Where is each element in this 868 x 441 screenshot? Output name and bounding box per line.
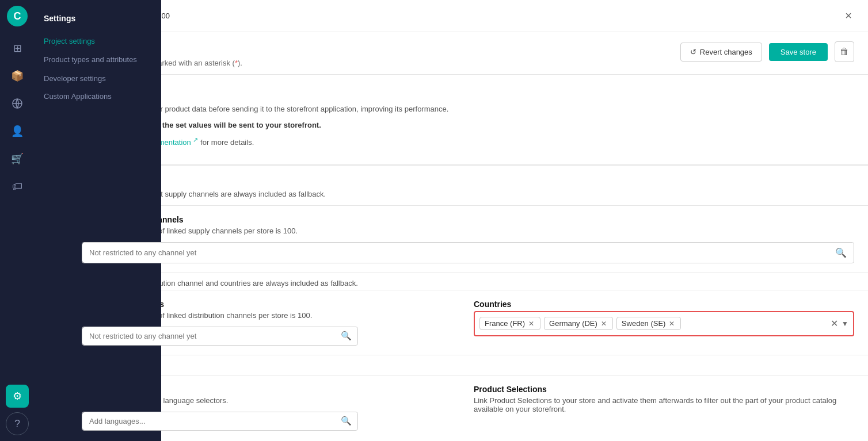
product-selections-subtitle: Link Product Selections to your store an… xyxy=(474,396,854,413)
countries-title: Countries xyxy=(474,300,854,309)
revert-label: Revert changes xyxy=(700,48,752,56)
languages-search-icon: 🔍 xyxy=(341,416,352,426)
revert-icon: ↺ xyxy=(690,48,696,56)
sidebar-icon-orders[interactable]: 🛒 xyxy=(6,147,29,170)
supply-channels-block: Inventory supply channels The maximum am… xyxy=(68,205,868,273)
save-button[interactable]: Save store xyxy=(769,43,828,61)
delete-button[interactable]: 🗑 xyxy=(835,41,854,62)
dist-search-icon: 🔍 xyxy=(341,331,352,341)
inventory-fallback-text: Inventory entries without supply channel… xyxy=(68,185,868,205)
main-content-area: Settings Stores sto... sto... sto... sto… xyxy=(35,0,868,441)
tag-germany-remove[interactable]: ✕ xyxy=(600,320,608,328)
supply-channels-search-wrap: 🔍 xyxy=(82,242,854,263)
modal-body: ▼ Store settings Automatically filters y… xyxy=(68,75,868,441)
modal-panel: ‹ Go back / store-300000 × store-300000 … xyxy=(68,0,868,441)
sidebar-icon-channels[interactable] xyxy=(6,92,29,115)
languages-search-wrap: 🔍 xyxy=(82,412,358,431)
countries-clear-button[interactable]: ✕ xyxy=(831,318,838,329)
supply-channels-input[interactable] xyxy=(82,243,854,263)
countries-dropdown-button[interactable]: ▼ xyxy=(842,320,848,328)
tag-sweden-remove[interactable]: ✕ xyxy=(668,320,676,328)
narrow-sidebar: C ⊞ 📦 👤 🛒 🏷 ⚙ ? xyxy=(0,0,35,441)
countries-select-controls: ✕ ▼ xyxy=(831,318,848,329)
product-selections-title: Product Selections xyxy=(474,385,854,394)
modal-title-area: store-300000 Mandatory fields are marked… xyxy=(68,32,868,75)
external-link-icon: ↗ xyxy=(193,136,198,143)
store-settings-header[interactable]: ▼ Store settings xyxy=(68,75,868,103)
supply-channels-subtitle: The maximum amount of linked supply chan… xyxy=(82,227,854,235)
dist-search-wrap: 🔍 xyxy=(82,327,358,346)
supply-search-icon: 🔍 xyxy=(835,247,847,258)
sidebar-item-project-settings[interactable]: Project settings xyxy=(35,32,161,50)
countries-select[interactable]: France (FR) ✕ Germany (DE) ✕ Sweden (SE)… xyxy=(474,311,854,336)
modal-actions: ↺ Revert changes Save store 🗑 xyxy=(680,41,854,62)
sidebar-icon-catalog[interactable]: 📦 xyxy=(6,64,29,87)
tag-germany-label: Germany (DE) xyxy=(549,319,597,328)
sidebar-item-developer-settings[interactable]: Developer settings xyxy=(35,70,161,87)
tag-france-label: France (FR) xyxy=(485,319,525,328)
dist-channels-input[interactable] xyxy=(82,327,357,345)
tag-germany: Germany (DE) ✕ xyxy=(544,317,613,330)
two-col-layout: Distribution channels The maximum amount… xyxy=(68,290,868,355)
warning-line: ⚠ Only data matching the set values will… xyxy=(82,120,854,131)
settings-sidebar-title: Settings xyxy=(35,9,161,32)
info-text: Automatically filters your product data … xyxy=(82,103,854,115)
app-logo: C xyxy=(7,6,28,26)
revert-button[interactable]: ↺ Revert changes xyxy=(680,43,762,62)
sidebar-icon-tags[interactable]: 🏷 xyxy=(6,175,29,198)
tag-france-remove[interactable]: ✕ xyxy=(527,320,535,328)
modal-overlay: Settings Project settings Product types … xyxy=(35,0,868,441)
sidebar-item-product-types[interactable]: Product types and attributes xyxy=(35,50,161,70)
tag-sweden: Sweden (SE) ✕ xyxy=(616,317,682,330)
doc-line: Visit our Platform Documentation ↗ for m… xyxy=(82,135,854,148)
sidebar-item-custom-applications[interactable]: Custom Applications xyxy=(35,87,161,105)
store-settings-section: ▼ Store settings Automatically filters y… xyxy=(68,75,868,165)
filters-inventory-label: Filters: inventory entries xyxy=(68,165,868,185)
supply-channels-title: Inventory supply channels xyxy=(82,215,854,224)
countries-block: Countries France (FR) ✕ Germany (DE) ✕ xyxy=(474,300,854,346)
sidebar-icon-settings[interactable]: ⚙ xyxy=(6,385,29,408)
trash-icon: 🗑 xyxy=(840,47,849,56)
sidebar-icon-customers[interactable]: 👤 xyxy=(6,120,29,143)
close-button[interactable]: × xyxy=(843,7,854,25)
sidebar-icon-dashboard[interactable]: ⊞ xyxy=(6,37,29,60)
dist-fallback-text: Products without distribution channel an… xyxy=(68,273,868,290)
languages-input[interactable] xyxy=(82,412,357,430)
settings-secondary-sidebar: Settings Project settings Product types … xyxy=(35,0,161,441)
bottom-two-col: Languages The list order is used by lang… xyxy=(68,375,868,440)
product-selections-block: Product Selections Link Product Selectio… xyxy=(474,385,854,431)
tag-sweden-label: Sweden (SE) xyxy=(622,319,666,328)
sidebar-icon-help[interactable]: ? xyxy=(6,412,29,435)
filters-products-label: Filters: products xyxy=(68,355,868,375)
store-settings-content: Automatically filters your product data … xyxy=(68,103,868,164)
tag-france: France (FR) ✕ xyxy=(479,317,540,330)
modal-header: ‹ Go back / store-300000 × xyxy=(68,0,868,32)
